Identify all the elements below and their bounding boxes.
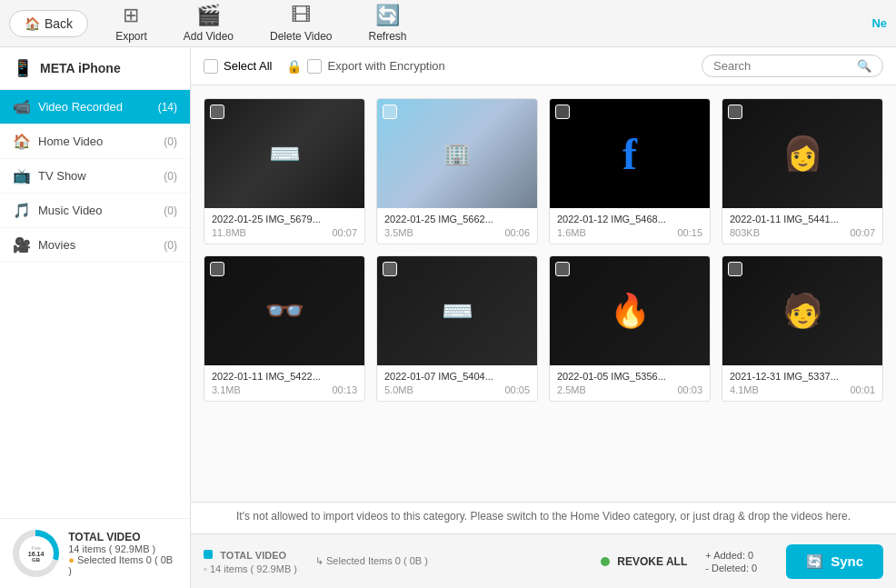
video-meta: 2022-01-12 IMG_5468... 1.6MB 00:15 bbox=[550, 208, 710, 244]
video-duration: 00:06 bbox=[504, 227, 530, 238]
sidebar-item-music-video[interactable]: 🎵 Music Video (0) bbox=[0, 194, 190, 228]
thumb-content: 🏢 bbox=[377, 99, 537, 208]
added-label: + Added: 0 bbox=[705, 550, 757, 561]
video-checkbox[interactable] bbox=[383, 105, 397, 119]
items-count: 14 items ( 92.9MB ) bbox=[68, 543, 155, 554]
sidebar-label-tv-show: TV Show bbox=[38, 169, 156, 183]
video-card[interactable]: 👓 2022-01-11 IMG_5422... 3.1MB 00:13 bbox=[204, 255, 365, 402]
video-meta: 2022-01-25 IMG_5662... 3.5MB 00:06 bbox=[377, 208, 537, 244]
video-duration: 00:15 bbox=[677, 227, 702, 238]
add-video-label: Add Video bbox=[184, 30, 234, 43]
search-icon: 🔍 bbox=[857, 59, 871, 73]
video-card[interactable]: ⌨️ 2022-01-25 IMG_5679... 11.8MB 00:07 bbox=[204, 98, 365, 244]
ne-button[interactable]: Ne bbox=[871, 16, 887, 30]
video-card[interactable]: ⌨️ 2022-01-07 IMG_5404... 5.0MB 00:05 bbox=[376, 255, 538, 402]
video-size: 803KB bbox=[730, 227, 760, 238]
add-video-icon: 🎬 bbox=[196, 4, 221, 27]
footer-arrow: ↳ bbox=[315, 555, 324, 566]
sync-label: Sync bbox=[831, 553, 863, 569]
delete-video-button[interactable]: 🎞 Delete Video bbox=[261, 0, 342, 46]
main-layout: 📱 META iPhone 📹 Video Recorded (14) 🏠 Ho… bbox=[0, 47, 896, 588]
thumb-content: ⌨️ bbox=[204, 99, 364, 208]
video-card[interactable]: f 2022-01-12 IMG_5468... 1.6MB 00:15 bbox=[549, 98, 711, 244]
delete-video-label: Delete Video bbox=[270, 30, 333, 43]
sidebar-count-home-video: (0) bbox=[164, 135, 177, 148]
refresh-label: Refresh bbox=[368, 30, 406, 43]
home-video-icon: 🏠 bbox=[13, 133, 31, 150]
encrypt-label: Export with Encryption bbox=[327, 59, 444, 73]
video-meta: 2022-01-25 IMG_5679... 11.8MB 00:07 bbox=[204, 208, 364, 244]
export-button[interactable]: ⊞ Export bbox=[106, 0, 156, 46]
thumb-content: 👓 bbox=[204, 256, 364, 365]
video-checkbox[interactable] bbox=[728, 262, 742, 276]
revoke-area: REVOKE ALL bbox=[601, 555, 687, 568]
video-grid: ⌨️ 2022-01-25 IMG_5679... 11.8MB 00:07 🏢… bbox=[191, 85, 896, 502]
device-header: 📱 META iPhone bbox=[0, 47, 190, 90]
changes-area: + Added: 0 - Deleted: 0 bbox=[705, 550, 757, 573]
video-duration: 00:13 bbox=[332, 384, 357, 395]
sidebar-count-tv-show: (0) bbox=[164, 170, 177, 183]
bottom-bar: It's not allowed to import videos to thi… bbox=[191, 502, 896, 533]
back-button[interactable]: 🏠 Back bbox=[9, 10, 88, 37]
sidebar-item-video-recorded[interactable]: 📹 Video Recorded (14) bbox=[0, 90, 190, 125]
sync-button[interactable]: 🔄 Sync bbox=[786, 544, 883, 579]
sidebar-item-home-video[interactable]: 🏠 Home Video (0) bbox=[0, 125, 190, 159]
video-checkbox[interactable] bbox=[210, 262, 224, 276]
lock-icon: 🔒 bbox=[286, 59, 302, 74]
revoke-dot bbox=[601, 557, 610, 566]
encrypt-checkbox[interactable] bbox=[307, 59, 322, 74]
storage-circle: Free 16.14 GB bbox=[13, 530, 59, 577]
select-all-label: Select All bbox=[224, 59, 272, 73]
video-stats: 5.0MB 00:05 bbox=[384, 384, 530, 395]
video-meta: 2021-12-31 IMG_5337... 4.1MB 00:01 bbox=[722, 365, 882, 401]
video-thumbnail: ⌨️ bbox=[204, 99, 364, 208]
video-card[interactable]: 🏢 2022-01-25 IMG_5662... 3.5MB 00:06 bbox=[376, 98, 538, 244]
sidebar-item-tv-show[interactable]: 📺 TV Show (0) bbox=[0, 159, 190, 194]
video-card[interactable]: 🔥 2022-01-05 IMG_5356... 2.5MB 00:03 bbox=[549, 255, 711, 402]
video-stats: 3.1MB 00:13 bbox=[212, 384, 357, 395]
storage-area: Free 16.14 GB TOTAL VIDEO 14 items ( 92.… bbox=[0, 518, 190, 588]
video-card[interactable]: 👩 2022-01-11 IMG_5441... 803KB 00:07 bbox=[722, 98, 883, 244]
revoke-label[interactable]: REVOKE ALL bbox=[617, 555, 687, 568]
video-checkbox[interactable] bbox=[210, 105, 224, 119]
encrypt-area: 🔒 Export with Encryption bbox=[286, 59, 444, 74]
video-checkbox[interactable] bbox=[383, 262, 397, 276]
video-thumbnail: 🔥 bbox=[550, 256, 710, 365]
back-label: Back bbox=[45, 16, 73, 31]
video-card[interactable]: 🧑 2021-12-31 IMG_5337... 4.1MB 00:01 bbox=[722, 255, 883, 402]
content-area: Select All 🔒 Export with Encryption 🔍 ⌨️… bbox=[191, 47, 896, 588]
search-input[interactable] bbox=[713, 59, 851, 73]
video-size: 5.0MB bbox=[384, 384, 413, 395]
sidebar: 📱 META iPhone 📹 Video Recorded (14) 🏠 Ho… bbox=[0, 47, 191, 588]
refresh-button[interactable]: 🔄 Refresh bbox=[359, 0, 415, 46]
thumb-content: f bbox=[550, 99, 710, 208]
search-box[interactable]: 🔍 bbox=[702, 55, 883, 77]
video-meta: 2022-01-05 IMG_5356... 2.5MB 00:03 bbox=[550, 365, 710, 401]
video-meta: 2022-01-11 IMG_5422... 3.1MB 00:13 bbox=[204, 365, 364, 401]
video-title: 2022-01-07 IMG_5404... bbox=[384, 371, 530, 382]
delete-video-icon: 🎞 bbox=[291, 4, 311, 27]
video-checkbox[interactable] bbox=[728, 105, 742, 119]
video-checkbox[interactable] bbox=[555, 262, 570, 276]
storage-value: 16.14 bbox=[28, 551, 45, 557]
video-recorded-icon: 📹 bbox=[13, 98, 31, 115]
video-thumbnail: 🧑 bbox=[722, 256, 882, 365]
video-thumbnail: f bbox=[550, 99, 710, 208]
footer-items-info: ◦ 14 items ( 92.9MB ) bbox=[204, 563, 297, 574]
video-duration: 00:07 bbox=[332, 227, 357, 238]
video-title: 2022-01-11 IMG_5441... bbox=[730, 214, 875, 224]
sidebar-label-movies: Movies bbox=[38, 238, 156, 252]
select-all-checkbox[interactable]: Select All bbox=[204, 59, 272, 74]
thumb-content: 🧑 bbox=[722, 256, 882, 365]
export-label: Export bbox=[115, 30, 147, 43]
video-thumbnail: 👓 bbox=[204, 256, 364, 365]
video-stats: 1.6MB 00:15 bbox=[557, 227, 702, 238]
sidebar-item-movies[interactable]: 🎥 Movies (0) bbox=[0, 228, 190, 263]
toolbar: 🏠 Back ⊞ Export 🎬 Add Video 🎞 Delete Vid… bbox=[0, 0, 896, 47]
selected-info: Selected Items 0 ( 0B ) bbox=[68, 554, 173, 576]
video-checkbox[interactable] bbox=[555, 105, 570, 119]
add-video-button[interactable]: 🎬 Add Video bbox=[174, 0, 243, 46]
video-title: 2022-01-11 IMG_5422... bbox=[212, 371, 357, 382]
video-size: 3.5MB bbox=[384, 227, 413, 238]
storage-info: TOTAL VIDEO 14 items ( 92.9MB ) ● Select… bbox=[68, 531, 177, 576]
